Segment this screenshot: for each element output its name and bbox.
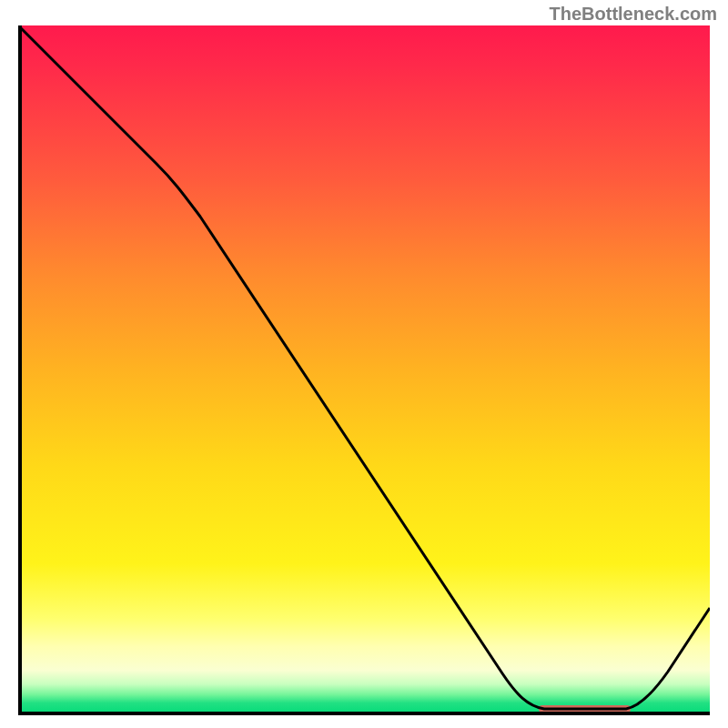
chart-overlay-svg	[18, 25, 710, 715]
bottleneck-curve	[18, 25, 710, 709]
plot-area	[18, 25, 710, 715]
plot-outer	[18, 25, 710, 715]
chart-root: TheBottleneck.com	[0, 0, 728, 728]
watermark-label: TheBottleneck.com	[550, 4, 717, 25]
